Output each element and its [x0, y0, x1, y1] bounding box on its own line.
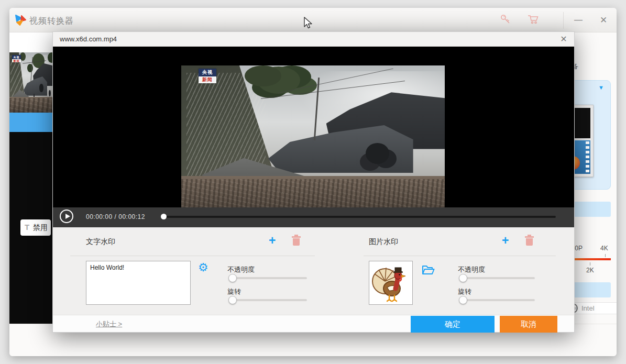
watermark-image-preview[interactable] — [369, 261, 413, 305]
playback-bar: 00:00:00 / 00:00:12 — [53, 207, 574, 227]
seek-bar[interactable] — [163, 216, 556, 218]
text-settings-gear-icon[interactable]: ⚙ — [198, 262, 208, 273]
text-watermark-t-icon: T — [25, 223, 29, 231]
cart-icon[interactable] — [527, 14, 540, 26]
cancel-button[interactable]: 取消 — [500, 316, 557, 333]
turkey-image — [369, 261, 412, 304]
time-separator: / — [115, 213, 117, 220]
text-opacity-slider[interactable] — [228, 277, 307, 279]
seek-thumb[interactable] — [161, 214, 167, 219]
add-text-watermark-button[interactable]: + — [269, 235, 276, 246]
video-frame: 央视 新闻 — [181, 65, 445, 215]
browse-image-folder-icon[interactable] — [422, 264, 435, 275]
text-opacity-label: 不透明度 — [227, 265, 255, 274]
image-opacity-slider[interactable] — [459, 277, 535, 279]
ok-button[interactable]: 确定 — [411, 316, 495, 333]
format-dropdown-icon[interactable]: ▼ — [598, 84, 604, 91]
dialog-titlebar: www.x6d.com.mp4 ✕ — [53, 32, 574, 47]
watermark-settings: 文字水印 + Hello World! ⚙ 不透明度 旋转 图片水印 + — [53, 227, 574, 315]
register-key-icon[interactable] — [500, 14, 512, 26]
mouse-cursor — [303, 17, 314, 29]
image-opacity-thumb[interactable] — [459, 274, 467, 282]
image-watermark-header: 图片水印 — [369, 237, 398, 247]
time-total: 00:00:12 — [118, 213, 145, 220]
tab-disable-label: 禁用 — [33, 223, 48, 233]
image-section-divider — [364, 256, 556, 256]
video-thumbnail[interactable]: 央视 新闻 — [9, 52, 52, 113]
text-rotate-label: 旋转 — [227, 287, 241, 296]
image-opacity-label: 不透明度 — [458, 265, 485, 274]
watermark-dialog: www.x6d.com.mp4 ✕ 央视 新闻 — [52, 31, 575, 333]
intel-label: Intel — [581, 304, 595, 312]
screen: 视频转换器 — ✕ + 添加 — [0, 0, 626, 364]
add-image-watermark-button[interactable]: + — [502, 235, 509, 246]
close-button[interactable]: ✕ — [593, 12, 614, 29]
image-rotate-label: 旋转 — [458, 287, 471, 296]
text-watermark-header: 文字水印 — [86, 237, 115, 247]
resolution-tick-4k — [605, 254, 606, 257]
cctv-logo-small: 央视 新闻 — [12, 55, 21, 62]
dialog-title: www.x6d.com.mp4 — [60, 35, 117, 43]
resolution-tick-2k — [590, 262, 590, 266]
watermark-text-input[interactable]: Hello World! — [86, 261, 191, 305]
time-current: 00:00:00 — [86, 213, 113, 220]
text-rotate-thumb[interactable] — [228, 296, 237, 304]
resolution-right-label: 4K — [600, 245, 608, 252]
text-section-divider — [70, 256, 315, 256]
text-opacity-thumb[interactable] — [228, 274, 237, 282]
text-rotate-slider[interactable] — [228, 299, 307, 301]
app-title: 视频转换器 — [29, 16, 74, 27]
dialog-footer: 小贴士 > 确定 取消 — [53, 315, 574, 332]
minimize-button[interactable]: — — [568, 12, 589, 29]
time-display: 00:00:00 / 00:00:12 — [86, 213, 145, 220]
watermark-tabbar: T 禁用 — [9, 113, 58, 132]
play-icon — [65, 214, 70, 219]
resolution-mid-label: 2K — [586, 267, 594, 274]
image-rotate-thumb[interactable] — [459, 296, 467, 304]
dialog-close-button[interactable]: ✕ — [557, 34, 570, 45]
tab-disable-watermark[interactable]: T 禁用 — [20, 219, 51, 236]
app-logo-icon — [15, 14, 27, 26]
tips-link[interactable]: 小贴士 > — [96, 319, 122, 329]
image-rotate-slider[interactable] — [459, 299, 535, 301]
play-button[interactable] — [60, 209, 73, 223]
titlebar-separator — [563, 12, 564, 29]
video-preview-area: 央视 新闻 — [53, 47, 574, 207]
thumbnail-scene: 央视 新闻 — [9, 52, 52, 113]
delete-text-watermark-icon[interactable] — [293, 238, 300, 246]
cctv-news-logo: 央视 新闻 — [199, 69, 216, 83]
delete-image-watermark-icon[interactable] — [526, 238, 533, 246]
